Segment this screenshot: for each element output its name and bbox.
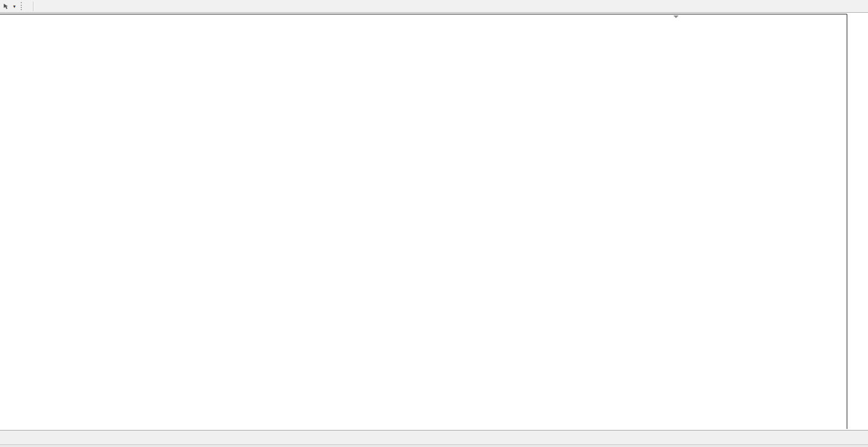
toolbar-grip-handle[interactable]	[21, 2, 24, 10]
toolbar-dropdown-arrow-icon[interactable]: ▾	[12, 4, 17, 9]
chart-canvas[interactable]	[0, 13, 868, 430]
mt4-window: ▾	[0, 0, 868, 447]
status-bar-edge	[0, 444, 868, 447]
chart-tabs	[0, 431, 856, 444]
tab-scroll-buttons	[856, 431, 868, 444]
chart-window	[0, 13, 868, 430]
chart-background	[0, 13, 868, 430]
chart-cursor-tool-icon[interactable]	[2, 2, 11, 11]
toolbar-separator	[33, 2, 34, 11]
cursor-arrow-icon	[3, 3, 10, 10]
timeframe-toolbar: ▾	[0, 0, 868, 13]
